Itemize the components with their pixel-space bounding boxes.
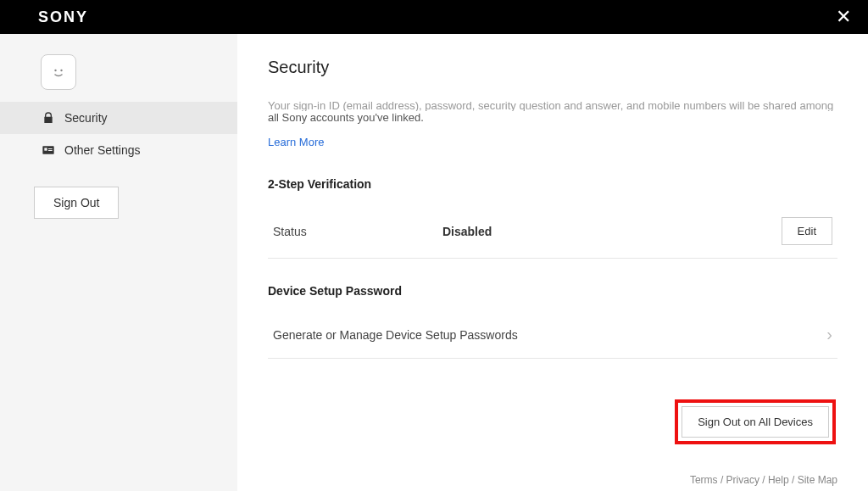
svg-point-1	[60, 70, 62, 71]
sidebar-item-label: Security	[64, 111, 108, 125]
status-label: Status	[273, 225, 442, 238]
sidebar-item-other-settings[interactable]: Other Settings	[0, 134, 237, 166]
footer-sitemap-link[interactable]: Site Map	[798, 474, 837, 486]
footer-terms-link[interactable]: Terms	[690, 474, 718, 486]
layout: Security Other Settings Sign Out Securit…	[0, 34, 868, 491]
sidebar: Security Other Settings Sign Out	[0, 34, 237, 491]
sign-out-wrap: Sign Out	[0, 166, 237, 219]
close-icon[interactable]: ✕	[836, 6, 851, 28]
footer-privacy-link[interactable]: Privacy	[726, 474, 760, 486]
device-password-row[interactable]: Generate or Manage Device Setup Password…	[268, 311, 837, 359]
intro-line-truncated: Your sign-in ID (email address), passwor…	[268, 96, 837, 111]
avatar	[41, 54, 76, 90]
face-icon	[48, 62, 69, 82]
chevron-right-icon: ›	[826, 325, 832, 344]
edit-button[interactable]: Edit	[782, 217, 832, 245]
device-password-heading: Device Setup Password	[268, 284, 837, 298]
learn-more-link[interactable]: Learn More	[268, 136, 837, 148]
avatar-block	[0, 49, 237, 102]
two-step-status-row: Status Disabled Edit	[268, 204, 837, 259]
sidebar-item-security[interactable]: Security	[0, 102, 237, 134]
top-bar: SONY ✕	[0, 0, 868, 34]
svg-rect-5	[48, 150, 53, 151]
page-title: Security	[268, 58, 837, 77]
svg-rect-3	[44, 148, 47, 150]
sign-out-button[interactable]: Sign Out	[34, 187, 119, 219]
svg-point-0	[54, 70, 56, 71]
highlight-annotation: Sign Out on All Devices	[675, 399, 836, 444]
sidebar-item-label: Other Settings	[64, 143, 141, 157]
status-value: Disabled	[442, 225, 782, 238]
device-password-label: Generate or Manage Device Setup Password…	[273, 328, 518, 342]
lock-icon	[41, 110, 56, 126]
footer-links: Terms / Privacy / Help / Site Map	[690, 474, 837, 486]
id-card-icon	[41, 142, 56, 158]
footer-help-link[interactable]: Help	[768, 474, 789, 486]
svg-rect-4	[48, 148, 53, 149]
brand-logo: SONY	[38, 8, 88, 26]
sign-out-all-devices-button[interactable]: Sign Out on All Devices	[682, 406, 829, 438]
two-step-heading: 2-Step Verification	[268, 177, 837, 191]
sign-out-all-wrap: Sign Out on All Devices	[268, 399, 837, 444]
intro-line-2: all Sony accounts you've linked.	[268, 111, 837, 124]
main-content: Security Your sign-in ID (email address)…	[237, 34, 868, 491]
